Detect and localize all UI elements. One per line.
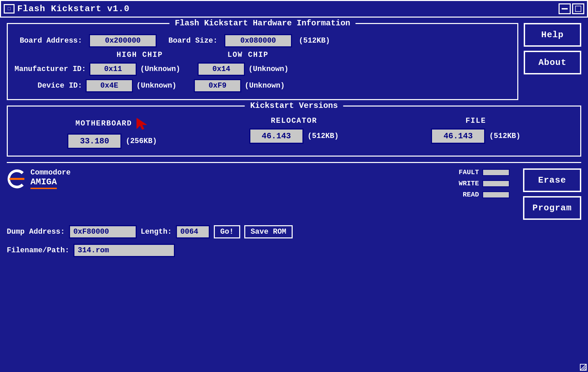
low-device-id-value: 0xF9 bbox=[194, 79, 241, 92]
motherboard-value: 33.180 bbox=[67, 134, 121, 149]
board-size-unit: (512KB) bbox=[299, 37, 330, 45]
manufacturer-id-row: Manufacturer ID: 0x11 (Unknown) 0x14 (Un… bbox=[15, 63, 511, 76]
cursor-arrow-svg bbox=[135, 117, 149, 130]
bottom-left-area: Commodore AMIGA FAULT WRITE READ bbox=[7, 168, 581, 257]
filename-row: Filename/Path: 314.rom bbox=[7, 244, 581, 257]
motherboard-value-row: 33.180 (256KB) bbox=[67, 134, 157, 149]
action-buttons: Erase Program bbox=[523, 168, 581, 220]
length-value[interactable]: 0064 bbox=[176, 225, 210, 238]
svg-rect-3 bbox=[9, 178, 24, 180]
relocator-value-row: 46.143 (512KB) bbox=[249, 129, 339, 144]
board-address-value: 0x200000 bbox=[89, 34, 157, 47]
filename-label: Filename/Path: bbox=[7, 246, 69, 255]
svg-marker-2 bbox=[137, 118, 147, 130]
motherboard-label: MOTHERBOARD bbox=[75, 119, 132, 128]
window-icon[interactable]: □ bbox=[4, 4, 15, 14]
window-title: Flash Kickstart v1.0 bbox=[17, 4, 556, 14]
commodore-text: Commodore bbox=[30, 168, 71, 177]
read-row: READ bbox=[452, 191, 510, 199]
length-label: Length: bbox=[141, 228, 172, 236]
file-value-row: 46.143 (512KB) bbox=[431, 129, 520, 144]
amiga-text: Commodore AMIGA bbox=[30, 168, 71, 189]
help-button[interactable]: Help bbox=[524, 23, 581, 47]
motherboard-col: MOTHERBOARD 33.180 (256KB) bbox=[67, 117, 157, 149]
status-indicators: FAULT WRITE READ bbox=[452, 168, 510, 199]
write-label: WRITE bbox=[452, 180, 479, 187]
low-manufacturer-id-note: (Unknown) bbox=[248, 65, 289, 73]
file-unit: (512KB) bbox=[489, 132, 520, 140]
amiga-logo: Commodore AMIGA bbox=[7, 168, 71, 189]
low-manufacturer-id-value: 0x14 bbox=[198, 63, 245, 76]
window-controls bbox=[559, 3, 584, 14]
write-indicator bbox=[482, 180, 510, 187]
dump-address-value[interactable]: 0xF80000 bbox=[69, 225, 137, 238]
file-label: FILE bbox=[466, 117, 486, 125]
maximize-button[interactable] bbox=[572, 3, 584, 14]
high-manufacturer-id-value: 0x11 bbox=[89, 63, 137, 76]
fault-row: FAULT bbox=[452, 168, 510, 176]
bottom-content: Commodore AMIGA FAULT WRITE READ bbox=[0, 163, 588, 372]
erase-button[interactable]: Erase bbox=[523, 168, 581, 192]
board-address-label: Board Address: bbox=[15, 37, 82, 45]
motherboard-unit: (256KB) bbox=[126, 137, 157, 145]
high-manufacturer-id-note: (Unknown) bbox=[140, 65, 180, 73]
save-rom-button[interactable]: Save ROM bbox=[244, 225, 293, 238]
maximize-icon bbox=[575, 6, 581, 12]
ks-section-wrapper: Kickstart Versions MOTHERBOARD 33.180 (2… bbox=[0, 100, 588, 157]
hw-action-buttons: Help About bbox=[524, 23, 581, 100]
minimize-button[interactable] bbox=[559, 3, 571, 14]
window-icon-symbol: □ bbox=[8, 6, 10, 11]
commodore-c-svg bbox=[7, 169, 27, 189]
relocator-unit: (512KB) bbox=[308, 132, 339, 140]
relocator-value: 46.143 bbox=[249, 129, 303, 144]
read-indicator bbox=[482, 191, 510, 198]
dump-address-label: Dump Address: bbox=[7, 228, 65, 236]
about-button[interactable]: About bbox=[524, 51, 581, 74]
high-device-id-group: 0x4E (Unknown) bbox=[86, 79, 194, 92]
minimize-icon bbox=[562, 8, 568, 9]
hw-section-title: Flash Kickstart Hardware Information bbox=[169, 19, 356, 28]
logo-status-row: Commodore AMIGA FAULT WRITE READ bbox=[7, 168, 581, 220]
manufacturer-id-label: Manufacturer ID: bbox=[15, 65, 89, 73]
resize-grip[interactable] bbox=[580, 364, 587, 371]
high-manufacturer-id-group: 0x11 (Unknown) bbox=[89, 63, 198, 76]
svg-rect-1 bbox=[575, 6, 581, 12]
dump-address-row: Dump Address: 0xF80000 Length: 0064 Go! … bbox=[7, 225, 581, 238]
filename-value[interactable]: 314.rom bbox=[73, 244, 175, 257]
ks-section-title: Kickstart Versions bbox=[245, 101, 343, 110]
low-device-id-group: 0xF9 (Unknown) bbox=[194, 79, 302, 92]
title-bar: □ Flash Kickstart v1.0 bbox=[0, 0, 588, 18]
board-address-row: Board Address: 0x200000 Board Size: 0x08… bbox=[15, 34, 511, 47]
relocator-col: RELOCATOR 46.143 (512KB) bbox=[249, 117, 339, 144]
go-button[interactable]: Go! bbox=[214, 225, 240, 238]
amiga-text-label: AMIGA bbox=[30, 177, 57, 189]
board-size-value: 0x080000 bbox=[224, 34, 292, 47]
resize-icon bbox=[581, 365, 586, 370]
fault-indicator bbox=[482, 169, 510, 176]
arrow-cursor-icon bbox=[135, 117, 149, 130]
high-chip-header: HIGH CHIP bbox=[86, 51, 194, 59]
chip-headers: HIGH CHIP LOW CHIP bbox=[15, 51, 511, 59]
file-col: FILE 46.143 (512KB) bbox=[431, 117, 520, 144]
commodore-symbol bbox=[7, 169, 27, 189]
board-size-label: Board Size: bbox=[163, 37, 218, 45]
svg-rect-0 bbox=[562, 8, 568, 9]
low-device-id-note: (Unknown) bbox=[245, 82, 285, 90]
low-chip-header: LOW CHIP bbox=[194, 51, 302, 59]
high-device-id-note: (Unknown) bbox=[136, 82, 177, 90]
high-device-id-value: 0x4E bbox=[86, 79, 133, 92]
device-id-row: Device ID: 0x4E (Unknown) 0xF9 (Unknown) bbox=[15, 79, 511, 92]
ks-columns: MOTHERBOARD 33.180 (256KB) RELOCATOR bbox=[21, 117, 567, 149]
file-value: 46.143 bbox=[431, 129, 485, 144]
ks-info-panel: Kickstart Versions MOTHERBOARD 33.180 (2… bbox=[7, 106, 581, 157]
read-label: READ bbox=[452, 191, 479, 199]
fault-label: FAULT bbox=[452, 168, 479, 176]
relocator-label: RELOCATOR bbox=[271, 117, 317, 125]
device-id-label: Device ID: bbox=[15, 82, 86, 90]
write-row: WRITE bbox=[452, 180, 510, 187]
hw-info-panel: Flash Kickstart Hardware Information Boa… bbox=[7, 23, 518, 100]
program-button[interactable]: Program bbox=[523, 196, 581, 220]
svg-line-6 bbox=[585, 369, 586, 370]
low-manufacturer-id-group: 0x14 (Unknown) bbox=[198, 63, 306, 76]
